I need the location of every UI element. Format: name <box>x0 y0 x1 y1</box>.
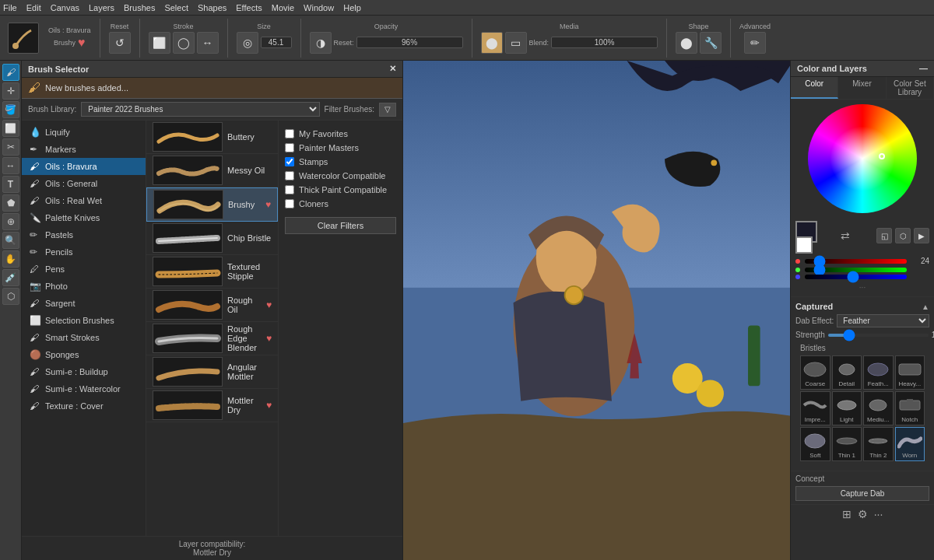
tool-brush[interactable]: 🖌 <box>2 64 19 81</box>
blend-input[interactable] <box>551 37 658 48</box>
category-sargent[interactable]: 🖌 Sargent <box>22 295 146 312</box>
tool-paint[interactable]: 🪣 <box>2 101 19 118</box>
bristle-feath[interactable]: Feath... <box>863 355 894 390</box>
menu-effects[interactable]: Effects <box>236 3 262 12</box>
background-color-swatch[interactable] <box>795 236 813 254</box>
bristle-notch[interactable]: Notch <box>895 391 925 425</box>
color-extra-1[interactable]: ◱ <box>876 228 892 243</box>
menu-help[interactable]: Help <box>343 3 361 12</box>
stroke-icon-1[interactable]: ⬜ <box>149 32 170 54</box>
tool-select[interactable]: ✛ <box>2 82 19 100</box>
menu-movie[interactable]: Movie <box>272 3 294 12</box>
library-dropdown[interactable]: Painter 2022 Brushes <box>81 102 319 117</box>
category-sponges[interactable]: 🟤 Sponges <box>22 346 146 363</box>
layers-icon[interactable]: ⊞ <box>842 508 851 520</box>
shape-icon-2[interactable]: 🔧 <box>700 32 722 54</box>
category-photo[interactable]: 📷 Photo <box>22 278 146 295</box>
list-item[interactable]: Rough Edge Blender ♥ <box>146 322 278 355</box>
category-texture-cover[interactable]: 🖌 Texture : Cover <box>22 397 146 415</box>
list-item[interactable]: Chip Bristle <box>146 222 278 255</box>
menu-select[interactable]: Select <box>164 3 188 12</box>
list-item[interactable]: Rough Oil ♥ <box>146 289 278 322</box>
list-item[interactable]: Brushy ♥ <box>146 187 278 222</box>
category-oils-general[interactable]: 🖌 Oils : General <box>22 175 146 192</box>
opacity-input[interactable] <box>356 37 463 48</box>
tool-dropper[interactable]: 💉 <box>2 269 19 286</box>
clear-filters-button[interactable]: Clear Filters <box>285 217 396 234</box>
b-slider[interactable] <box>805 275 907 279</box>
reset-button[interactable]: ↺ <box>109 32 131 54</box>
category-pastels[interactable]: ✏ Pastels <box>22 226 146 243</box>
dab-effect-dropdown[interactable]: Feather <box>837 314 929 327</box>
menu-brushes[interactable]: Brushes <box>124 3 155 12</box>
r-slider[interactable] <box>805 259 907 264</box>
filter-watercolor-check[interactable] <box>285 171 294 180</box>
tab-color-set[interactable]: Color Set Library <box>887 77 934 99</box>
list-item[interactable]: Textured Stipple <box>146 255 278 289</box>
more-icon[interactable]: ··· <box>874 508 883 520</box>
bristle-detail[interactable]: Detail <box>832 355 862 390</box>
canvas-area[interactable] <box>403 61 790 560</box>
brush-heart-mottler[interactable]: ♥ <box>266 400 272 411</box>
filter-cloners-check[interactable] <box>285 199 294 208</box>
bristle-thin2[interactable]: Thin 2 <box>863 427 894 461</box>
list-item[interactable]: Angular Mottler <box>146 355 278 389</box>
menu-window[interactable]: Window <box>304 3 334 12</box>
swap-colors-icon[interactable]: ⇄ <box>841 229 850 242</box>
tool-misc[interactable]: ⬡ <box>2 288 19 305</box>
media-icon-2[interactable]: ▭ <box>505 32 527 54</box>
bristle-thin1[interactable]: Thin 1 <box>832 427 862 461</box>
category-smart-strokes[interactable]: 🖌 Smart Strokes <box>22 329 146 346</box>
color-extra-2[interactable]: ⬡ <box>895 228 911 243</box>
tool-magnify[interactable]: 🔍 <box>2 232 19 249</box>
bristle-light[interactable]: Light <box>832 391 862 425</box>
menu-layers[interactable]: Layers <box>89 3 114 12</box>
color-extra-3[interactable]: ▶ <box>914 228 929 243</box>
list-item[interactable]: Buttery <box>146 121 278 154</box>
right-panel-collapse[interactable]: — <box>919 64 928 73</box>
category-sumie-buildup[interactable]: 🖌 Sumi-e : Buildup <box>22 363 146 380</box>
media-icon-1[interactable]: ⬤ <box>481 32 503 54</box>
tool-crop[interactable]: ✂ <box>2 138 19 156</box>
filter-watercolor[interactable]: Watercolor Compatible <box>285 169 396 183</box>
bristle-impre[interactable]: Impre... <box>800 391 830 425</box>
filter-stamps[interactable]: Stamps <box>285 155 396 169</box>
bristle-coarse[interactable]: Coarse <box>800 355 830 390</box>
filter-cloners[interactable]: Cloners <box>285 197 396 211</box>
category-pens[interactable]: 🖊 Pens <box>22 261 146 278</box>
brush-heart-brushy[interactable]: ♥ <box>265 199 271 210</box>
filter-thick-paint[interactable]: Thick Paint Compatible <box>285 183 396 197</box>
advanced-icon[interactable]: ✏ <box>744 32 766 54</box>
category-palette-knives[interactable]: 🔪 Palette Knives <box>22 209 146 226</box>
tab-color[interactable]: Color <box>791 77 838 99</box>
filter-favorites-check[interactable] <box>285 129 294 138</box>
bristle-worn[interactable]: Worn <box>895 427 925 461</box>
strength-slider[interactable] <box>828 334 929 337</box>
tool-text[interactable]: T <box>2 176 19 193</box>
stroke-icon-2[interactable]: ◯ <box>173 32 195 54</box>
menu-file[interactable]: File <box>3 3 17 12</box>
filter-button[interactable]: ▽ <box>379 103 396 117</box>
capture-dab-button[interactable]: Capture Dab <box>795 486 929 501</box>
category-pencils[interactable]: ✏ Pencils <box>22 243 146 261</box>
tab-mixer[interactable]: Mixer <box>838 77 886 99</box>
list-item[interactable]: Mottler Dry ♥ <box>146 389 278 422</box>
menu-canvas[interactable]: Canvas <box>51 3 79 12</box>
menu-edit[interactable]: Edit <box>26 3 41 12</box>
color-wheel-area[interactable] <box>791 100 934 218</box>
favorite-heart-icon[interactable]: ♥ <box>78 36 86 50</box>
opacity-icon[interactable]: ◑ <box>310 32 332 54</box>
filter-thick-paint-check[interactable] <box>285 185 294 194</box>
tool-shape[interactable]: ⬟ <box>2 194 19 212</box>
category-markers[interactable]: ✒ Markers <box>22 141 146 158</box>
category-selection-brushes[interactable]: ⬜ Selection Brushes <box>22 312 146 329</box>
brush-icon-preview[interactable] <box>8 23 39 54</box>
settings-icon[interactable]: ⚙ <box>858 508 868 520</box>
list-item[interactable]: Messy Oil <box>146 154 278 187</box>
filter-masters[interactable]: Painter Masters <box>285 141 396 155</box>
category-liquify[interactable]: 💧 Liquify <box>22 124 146 141</box>
tool-hand[interactable]: ✋ <box>2 250 19 268</box>
brush-heart-rough-edge[interactable]: ♥ <box>266 333 272 344</box>
captured-expand-icon[interactable]: ▲ <box>922 303 929 311</box>
filter-favorites[interactable]: My Favorites <box>285 127 396 141</box>
